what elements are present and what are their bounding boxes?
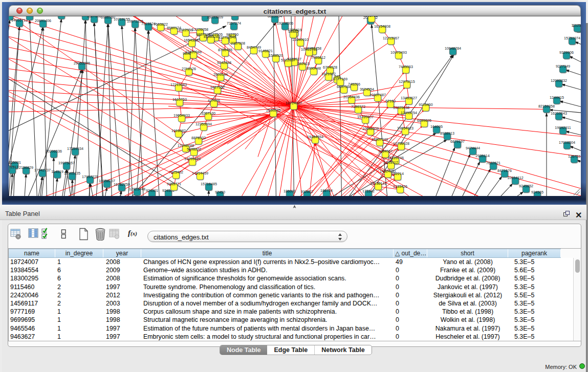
svg-text:62160: 62160	[385, 98, 396, 103]
svg-text:186091: 186091	[284, 188, 296, 193]
svg-text:126753: 126753	[568, 154, 580, 158]
svg-text:13325: 13325	[288, 29, 298, 33]
svg-text:9777169: 9777169	[333, 76, 347, 81]
svg-text:1621022: 1621022	[321, 71, 336, 76]
svg-text:19384554: 19384554	[307, 134, 323, 139]
svg-text:924565: 924565	[531, 189, 543, 194]
svg-text:2935114: 2935114	[475, 153, 489, 158]
svg-text:9242848: 9242848	[217, 60, 231, 64]
svg-text:8186328: 8186328	[204, 34, 218, 38]
svg-text:19975857: 19975857	[58, 160, 75, 165]
svg-text:18724007: 18724007	[286, 100, 302, 105]
svg-text:746266: 746266	[348, 81, 360, 86]
svg-text:2367608: 2367608	[231, 40, 245, 45]
svg-text:12975115: 12975115	[399, 79, 415, 83]
svg-text:7632621: 7632621	[486, 160, 500, 165]
svg-text:20206536: 20206536	[46, 148, 62, 153]
svg-text:19654933: 19654933	[173, 113, 190, 117]
svg-text:114519: 114519	[51, 169, 63, 173]
svg-text:12093832: 12093832	[551, 78, 567, 82]
svg-text:13226058: 13226058	[192, 27, 208, 31]
svg-text:15716485: 15716485	[201, 181, 217, 186]
svg-text:10756928: 10756928	[393, 141, 409, 145]
svg-text:14099489: 14099489	[184, 156, 201, 161]
svg-text:82159358: 82159358	[538, 103, 555, 108]
svg-text:13463627: 13463627	[401, 95, 417, 100]
svg-text:8938913: 8938913	[440, 130, 454, 135]
svg-text:9474444: 9474444	[466, 145, 480, 150]
svg-text:6794028: 6794028	[323, 64, 337, 69]
svg-text:8990448: 8990448	[307, 65, 321, 70]
svg-text:20364436: 20364436	[343, 94, 360, 99]
svg-text:5322037: 5322037	[281, 57, 295, 62]
svg-text:19218506: 19218506	[277, 20, 293, 25]
svg-text:9465771: 9465771	[167, 181, 181, 186]
svg-text:8813054: 8813054	[268, 16, 282, 18]
svg-text:12213383: 12213383	[170, 82, 187, 86]
svg-text:16543382: 16543382	[184, 37, 200, 42]
svg-text:19692911: 19692911	[555, 125, 571, 129]
svg-text:9896: 9896	[183, 51, 191, 55]
svg-text:6899695: 6899695	[417, 118, 431, 122]
svg-text:1527602: 1527602	[87, 16, 101, 18]
svg-text:417006: 417006	[208, 98, 220, 102]
svg-text:18807249: 18807249	[372, 137, 388, 141]
svg-text:8756485: 8756485	[218, 47, 232, 52]
svg-text:8471676: 8471676	[497, 168, 512, 172]
svg-text:20691406: 20691406	[35, 18, 51, 23]
svg-text:9146821: 9146821	[258, 48, 273, 53]
svg-text:9084067: 9084067	[378, 148, 393, 153]
svg-text:19654923: 19654923	[397, 125, 413, 130]
svg-text:8878332: 8878332	[191, 135, 206, 140]
svg-text:2530205: 2530205	[266, 107, 280, 112]
svg-text:10973493: 10973493	[390, 50, 407, 54]
svg-text:111254: 111254	[572, 23, 581, 27]
svg-text:16154808: 16154808	[374, 24, 390, 28]
svg-text:1615112: 1615112	[384, 160, 398, 164]
svg-text:15136141: 15136141	[370, 181, 386, 185]
svg-text:17359934: 17359934	[67, 146, 83, 150]
svg-text:1244415: 1244415	[550, 95, 564, 99]
svg-text:6966160: 6966160	[101, 16, 115, 19]
svg-text:7357274: 7357274	[227, 20, 241, 25]
svg-text:1916682: 1916682	[171, 128, 186, 133]
svg-text:2156829: 2156829	[19, 165, 33, 169]
svg-text:7955812: 7955812	[311, 55, 325, 59]
svg-text:3267130: 3267130	[201, 111, 215, 115]
svg-text:9115460: 9115460	[419, 102, 432, 106]
svg-text:7663822: 7663822	[154, 21, 168, 26]
svg-text:2803144: 2803144	[213, 72, 228, 76]
svg-text:15720407: 15720407	[357, 114, 374, 119]
svg-text:92450: 92450	[215, 189, 225, 194]
svg-text:14914459: 14914459	[192, 170, 208, 175]
svg-text:208768: 208768	[365, 16, 378, 18]
svg-text:15751074: 15751074	[564, 35, 580, 40]
svg-text:16120746: 16120746	[387, 155, 404, 160]
svg-text:17942737: 17942737	[34, 167, 51, 172]
svg-text:17016504: 17016504	[559, 140, 575, 144]
svg-text:1610753: 1610753	[172, 97, 187, 101]
svg-text:99151: 99151	[9, 162, 11, 167]
svg-text:546: 546	[230, 34, 236, 39]
svg-text:29053346: 29053346	[74, 60, 90, 65]
svg-text:9329906: 9329906	[559, 50, 574, 54]
svg-text:14055712: 14055712	[11, 17, 28, 22]
svg-text:10688609: 10688609	[362, 126, 379, 130]
svg-text:9227349: 9227349	[556, 63, 570, 68]
svg-text:16033809: 16033809	[207, 16, 223, 19]
svg-text:10958107: 10958107	[99, 178, 115, 183]
svg-text:9245652: 9245652	[519, 183, 533, 188]
svg-text:173342: 173342	[362, 188, 375, 193]
svg-text:252214: 252214	[391, 171, 404, 176]
svg-text:10961768: 10961768	[301, 47, 317, 51]
svg-text:12353594: 12353594	[195, 121, 212, 126]
svg-text:2718126: 2718126	[182, 66, 196, 71]
svg-text:12905135: 12905135	[64, 170, 80, 175]
svg-text:1588520: 1588520	[269, 53, 283, 57]
svg-text:13495754: 13495754	[401, 110, 417, 115]
svg-text:7485063: 7485063	[399, 64, 413, 69]
svg-text:16210643: 16210643	[551, 111, 567, 115]
svg-text:5498222: 5498222	[187, 146, 201, 151]
svg-text:9427552: 9427552	[210, 84, 225, 89]
svg-text:164095: 164095	[430, 124, 443, 128]
